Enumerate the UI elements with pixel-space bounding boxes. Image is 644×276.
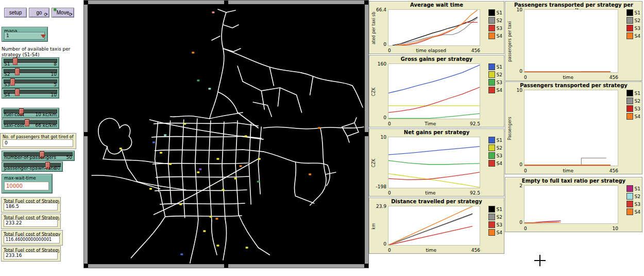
legend-label: S2 <box>635 99 640 104</box>
legend-swatch <box>626 90 633 96</box>
legend-swatch <box>488 9 495 16</box>
x-max-tick: 456 <box>609 168 618 173</box>
input-value[interactable]: 10000 <box>4 182 49 190</box>
legend-swatch <box>488 25 495 31</box>
slider-fuel-cost[interactable]: fuel-cost10 kc/km <box>2 108 59 118</box>
legend-swatch <box>488 137 495 143</box>
plot-legend: S1S2S3S4 <box>626 185 640 216</box>
legend-swatch <box>626 25 633 31</box>
view-resize-handle[interactable] <box>224 264 228 268</box>
legend-item: S2 <box>626 193 640 200</box>
setup-button-label: setup <box>9 10 22 15</box>
legend-label: S2 <box>497 18 502 23</box>
legend-item: S3 <box>488 79 502 86</box>
slider-value: 5 <box>54 82 57 87</box>
y-axis-label: ated per taxi sb <box>371 9 376 47</box>
slider-s3[interactable]: S35 <box>2 78 59 88</box>
y-axis-label: CZK <box>371 63 376 120</box>
slider-handle[interactable] <box>10 78 15 86</box>
legend-item: S4 <box>488 160 502 167</box>
legend-label: S3 <box>497 80 502 85</box>
plot-area <box>388 63 480 119</box>
legend-label: S2 <box>497 215 502 220</box>
view-resize-handle[interactable] <box>84 264 88 268</box>
slider-handle[interactable] <box>25 119 29 126</box>
slider-track[interactable] <box>4 90 57 94</box>
legend-item: S2 <box>488 17 502 24</box>
legend-label: S1 <box>635 186 640 191</box>
slider-track[interactable] <box>4 59 57 63</box>
y-axis-label: Passengers <box>507 90 512 167</box>
monitor-value: 0 <box>3 139 73 147</box>
slider-passenger-spawn-rate[interactable]: passenger-spawn-rate80 <box>2 161 63 172</box>
legend-swatch <box>488 87 495 93</box>
taxis-note: Number of available taxis per strategy (… <box>2 46 79 58</box>
slider-handle[interactable] <box>15 68 20 75</box>
legend-label: S4 <box>497 161 502 166</box>
legend-item: S3 <box>488 152 502 159</box>
slider-s2[interactable]: S210 <box>2 68 59 78</box>
view-resize-handle[interactable] <box>84 1 88 5</box>
legend-label: S1 <box>635 91 640 96</box>
slider-value: 8 <box>54 61 57 67</box>
series-line-s1 <box>388 65 480 93</box>
taxi-marker <box>309 173 311 175</box>
series-line-s3 <box>388 160 480 165</box>
view-resize-handle[interactable] <box>224 1 228 5</box>
taxi-marker <box>257 181 260 183</box>
taxi-marker <box>160 152 162 154</box>
x-max-tick: 92.5 <box>470 190 480 196</box>
slider-name: passenger-spawn-rate <box>4 166 56 171</box>
slider-handle[interactable] <box>15 89 20 96</box>
view-resize-handle[interactable] <box>364 264 368 268</box>
legend-label: S4 <box>497 230 502 235</box>
view-resize-handle[interactable] <box>84 132 88 136</box>
series-line-s4 <box>388 206 472 245</box>
plot-title: Average wait time <box>369 2 504 8</box>
slider-name: taxi-cost <box>4 123 24 128</box>
chevron-down-icon[interactable] <box>41 35 46 38</box>
view-resize-handle[interactable] <box>364 132 368 136</box>
slider-s4[interactable]: S410 <box>2 88 59 99</box>
x-min-tick: 0 <box>524 168 527 173</box>
x-min-tick: 0 <box>524 226 527 231</box>
slider-track[interactable] <box>4 69 57 73</box>
slider-value: 10 <box>51 72 57 77</box>
view-resize-handle[interactable] <box>364 1 368 5</box>
go-button[interactable]: go ⟳ <box>29 8 49 18</box>
taxi-marker <box>192 52 194 54</box>
legend-item: S4 <box>488 87 502 93</box>
x-axis-label: time <box>426 248 436 253</box>
legend-item: S4 <box>488 33 502 39</box>
legend-label: S1 <box>497 138 502 143</box>
plot-area <box>388 9 480 46</box>
monitor-value: 233.22 <box>4 219 58 227</box>
move-button[interactable]: ✱ Move ⟳ <box>52 8 74 18</box>
taxi-marker <box>212 11 214 13</box>
legend-label: S1 <box>497 64 502 70</box>
y-axis-label: km <box>371 206 376 247</box>
plot-legend: S1S2S3S4 <box>488 9 502 40</box>
slider-handle[interactable] <box>13 58 18 65</box>
max-wait-time-input[interactable]: max-wait-time 10000 <box>2 174 53 193</box>
taxi-marker <box>222 189 224 191</box>
legend-label: S3 <box>635 26 640 31</box>
legend-label: S4 <box>497 34 502 39</box>
legend-label: S3 <box>635 202 640 207</box>
legend-swatch <box>488 17 495 24</box>
setup-button[interactable]: setup <box>4 8 27 18</box>
slider-taxi-cost[interactable]: taxi-cost66 kc/km <box>2 119 59 129</box>
fuel-cost-s2-monitor: Total Fuel cost of Strategy 233.22 <box>1 214 61 229</box>
legend-label: S3 <box>497 153 502 158</box>
slider-s1[interactable]: S18 <box>2 57 59 68</box>
series-line-s2 <box>388 174 480 187</box>
mapa-chooser[interactable]: mapa 1 <box>2 27 48 42</box>
legend-swatch <box>626 98 633 104</box>
y-axis-label: CZK <box>371 137 376 189</box>
star-icon: ✱ <box>53 8 57 12</box>
taxi-marker <box>149 188 152 190</box>
legend-swatch <box>488 33 495 39</box>
legend-item: S1 <box>488 206 502 213</box>
slider-number-of-passengers[interactable]: number-of-passengers50 <box>2 151 75 161</box>
x-axis-label: time <box>563 168 573 173</box>
